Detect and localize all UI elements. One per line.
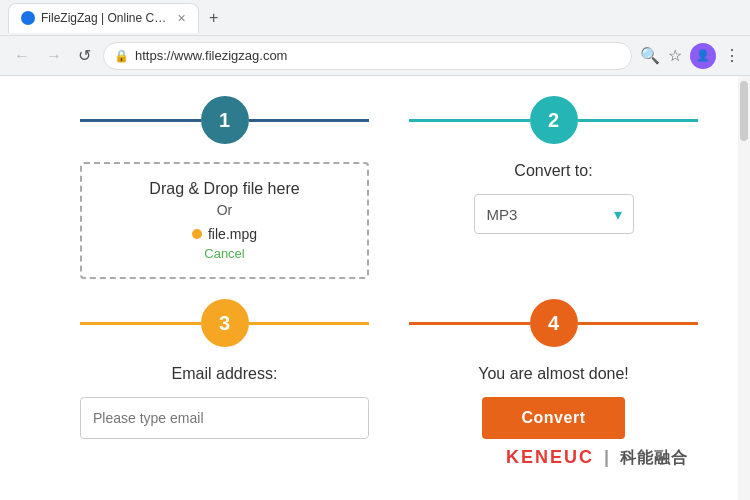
browser-titlebar: FileZigZag | Online Converter... ✕ +: [0, 0, 750, 36]
convert-button[interactable]: Convert: [482, 397, 626, 439]
bookmark-icon[interactable]: ☆: [668, 46, 682, 65]
tab-title: FileZigZag | Online Converter...: [41, 11, 171, 25]
email-label: Email address:: [172, 365, 278, 383]
user-avatar[interactable]: 👤: [690, 43, 716, 69]
step2-left-line: [409, 119, 530, 122]
step2-section: 2 Convert to: MP3 MP4 AVI MOV WAV AAC ▾: [409, 96, 698, 279]
or-text: Or: [102, 202, 347, 218]
refresh-button[interactable]: ↺: [74, 42, 95, 69]
step3-section: 3 Email address:: [80, 299, 369, 439]
address-bar[interactable]: 🔒 https://www.filezigzag.com: [103, 42, 632, 70]
step4-circle: 4: [530, 299, 578, 347]
drop-zone[interactable]: Drag & Drop file here Or file.mpg Cancel: [80, 162, 369, 279]
menu-icon[interactable]: ⋮: [724, 46, 740, 65]
lock-icon: 🔒: [114, 49, 129, 63]
step4-section: 4 You are almost done! Convert: [409, 299, 698, 439]
email-input[interactable]: [80, 397, 369, 439]
step3-left-line: [80, 322, 201, 325]
brand-cn: 科能融合: [620, 449, 688, 466]
brand-separator: |: [604, 447, 610, 467]
step3-number: 3: [219, 312, 230, 335]
step3-right-line: [249, 322, 370, 325]
tab-favicon: [21, 11, 35, 25]
step3-header: 3: [80, 299, 369, 347]
back-button[interactable]: ←: [10, 43, 34, 69]
step1-section: 1 Drag & Drop file here Or file.mpg Canc…: [80, 96, 369, 279]
cancel-link[interactable]: Cancel: [102, 246, 347, 261]
brand-name: KENEUC | 科能融合: [506, 447, 688, 467]
step1-header: 1: [80, 96, 369, 144]
convert-to-label: Convert to:: [514, 162, 592, 180]
step2-circle: 2: [530, 96, 578, 144]
done-label: You are almost done!: [478, 365, 629, 383]
url-text: https://www.filezigzag.com: [135, 48, 621, 63]
format-select[interactable]: MP3 MP4 AVI MOV WAV AAC: [474, 194, 634, 234]
brand-en: KENEUC: [506, 447, 594, 467]
search-icon[interactable]: 🔍: [640, 46, 660, 65]
scrollbar-track: [738, 76, 750, 500]
new-tab-button[interactable]: +: [203, 7, 224, 29]
step4-right-line: [578, 322, 699, 325]
active-tab[interactable]: FileZigZag | Online Converter... ✕: [8, 3, 199, 33]
step4-left-line: [409, 322, 530, 325]
step3-circle: 3: [201, 299, 249, 347]
step1-left-line: [80, 119, 201, 122]
filename: file.mpg: [208, 226, 257, 242]
format-select-wrapper: MP3 MP4 AVI MOV WAV AAC ▾: [474, 194, 634, 234]
step1-circle: 1: [201, 96, 249, 144]
step4-header: 4: [409, 299, 698, 347]
step1-number: 1: [219, 109, 230, 132]
step1-right-line: [249, 119, 370, 122]
file-item: file.mpg: [102, 226, 347, 242]
tab-close-button[interactable]: ✕: [177, 12, 186, 25]
browser-body: 1 Drag & Drop file here Or file.mpg Canc…: [0, 76, 750, 500]
toolbar-icons: 🔍 ☆ 👤 ⋮: [640, 43, 740, 69]
browser-toolbar: ← → ↺ 🔒 https://www.filezigzag.com 🔍 ☆ 👤…: [0, 36, 750, 76]
page-content: 1 Drag & Drop file here Or file.mpg Canc…: [0, 76, 738, 500]
tab-bar: FileZigZag | Online Converter... ✕ +: [8, 3, 224, 33]
drag-drop-text: Drag & Drop file here: [102, 180, 347, 198]
file-dot-icon: [192, 229, 202, 239]
step4-number: 4: [548, 312, 559, 335]
step2-number: 2: [548, 109, 559, 132]
forward-button[interactable]: →: [42, 43, 66, 69]
scrollbar-thumb[interactable]: [740, 81, 748, 141]
footer-logo: KENEUC | 科能融合: [80, 447, 698, 469]
step2-header: 2: [409, 96, 698, 144]
converter-grid: 1 Drag & Drop file here Or file.mpg Canc…: [80, 96, 698, 439]
step2-right-line: [578, 119, 699, 122]
